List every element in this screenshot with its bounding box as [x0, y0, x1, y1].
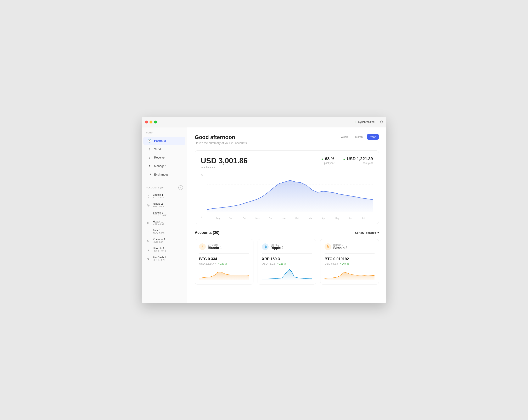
sidebar-item-receive-label: Receive — [154, 156, 165, 159]
subtitle: Here's the summary of your 20 accounts — [195, 141, 247, 145]
sync-icon: ✓ — [354, 120, 357, 124]
accounts-label: ACCOUNTS (20) — [146, 186, 165, 189]
card-usd: USD 71.13 + 128 % — [262, 262, 312, 265]
x-label-sep: Sep — [229, 217, 233, 220]
account-balance: KMD 8.66 — [153, 241, 165, 243]
week-button[interactable]: Week — [338, 134, 351, 140]
list-item[interactable]: ₿ Bitcoin 1 BTC 0.334 — [142, 192, 187, 200]
x-label-aug: Aug — [216, 217, 220, 220]
sidebar-item-portfolio[interactable]: 🕐 Portfolio — [143, 137, 185, 145]
list-item[interactable]: ⊙ Komodo 2 KMD 8.66 — [142, 236, 187, 245]
sync-status: ✓ Synchronized — [354, 120, 374, 124]
main-content: Good afternoon Here's the summary of you… — [187, 127, 386, 303]
account-balance: ZEN 0.5578 — [153, 259, 166, 261]
balance-row: USD 3,001.86 total balance ▲ 68 % past y… — [201, 157, 373, 169]
stat-percentage-label: past year — [321, 162, 334, 165]
stat-usd: ▲ USD 1,221.39 past year — [343, 157, 373, 165]
komodo2-icon: ⊙ — [146, 238, 151, 243]
total-balance-amount: USD 3,001.86 — [201, 157, 248, 165]
sidebar-item-manager-label: Manager — [154, 164, 166, 168]
sidebar: MENU 🕐 Portfolio ↑ Send ↓ Receive ✦ Mana… — [142, 127, 187, 303]
manager-icon: ✦ — [147, 164, 152, 168]
x-label-apr: Apr — [322, 217, 326, 220]
list-item[interactable]: Ł Litecoin 2 LTC 0.16919 — [142, 245, 187, 254]
card-divider — [324, 253, 374, 254]
main-window: ✓ Synchronized ⚙ MENU 🕐 Portfolio ↑ Send… — [142, 117, 386, 303]
chevron-down-icon: ▾ — [377, 231, 379, 234]
card-header: ₿ BITCOIN Bitcoin 2 — [324, 243, 374, 250]
list-item[interactable]: ₿ Bitcoin 2 BTC 0.010192 — [142, 209, 187, 218]
card-change: + 128 % — [277, 262, 286, 265]
sidebar-item-receive[interactable]: ↓ Receive — [143, 154, 185, 161]
sidebar-item-manager[interactable]: ✦ Manager — [143, 162, 185, 170]
account-name: ZenCash 1 — [153, 256, 166, 259]
account-card-bitcoin1[interactable]: ₿ BITCOIN Bitcoin 1 BTC 0.334 USD 2,124.… — [195, 239, 253, 284]
card-change: + 167 % — [218, 262, 227, 265]
card-amount: BTC 0.334 — [199, 257, 249, 261]
traffic-lights — [145, 121, 157, 124]
account-card-bitcoin2[interactable]: ₿ BITCOIN Bitcoin 2 BTC 0.010192 USD 64.… — [320, 239, 379, 284]
ripple2-icon: ◎ — [146, 203, 151, 208]
close-button[interactable] — [145, 121, 148, 124]
sidebar-item-exchanges[interactable]: ⇄ Exchanges — [143, 170, 185, 178]
x-label-nov: Nov — [255, 217, 260, 220]
account-card-ripple2[interactable]: ◎ RIPPLE Ripple 2 XRP 159.3 USD 71.13 + … — [258, 239, 316, 284]
y-axis: 5k 0 — [201, 174, 207, 220]
total-balance-block: USD 3,001.86 total balance — [201, 157, 248, 169]
menu-label: MENU — [142, 132, 187, 136]
list-item[interactable]: ⊕ Hcash 1 HSR 4.892 — [142, 218, 187, 227]
hcash1-icon: ⊕ — [146, 220, 151, 225]
accounts-section: Accounts (20) Sort by balance ▾ ₿ BITCOI… — [195, 231, 379, 284]
card-change: + 167 % — [340, 262, 349, 265]
card-amount: XRP 159.3 — [262, 257, 312, 261]
maximize-button[interactable] — [154, 121, 157, 124]
account-balance: HSR 4.892 — [153, 223, 164, 226]
x-label-mar: Mar — [309, 217, 312, 220]
accounts-header: ACCOUNTS (20) + — [142, 185, 187, 192]
account-balance: LTC 0.16919 — [153, 250, 166, 252]
account-name: Hcash 1 — [153, 220, 164, 223]
settings-icon[interactable]: ⚙ — [380, 120, 383, 124]
main-header: Good afternoon Here's the summary of you… — [195, 134, 379, 145]
xrp-coin-icon: ◎ — [262, 243, 269, 250]
year-button[interactable]: Year — [367, 134, 379, 140]
minimize-button[interactable] — [150, 121, 152, 124]
portfolio-icon: 🕐 — [147, 139, 152, 143]
card-coin-name: Bitcoin 2 — [333, 246, 347, 250]
sidebar-item-portfolio-label: Portfolio — [154, 139, 166, 143]
arrow-up-icon: ▲ — [321, 157, 324, 161]
sidebar-item-send[interactable]: ↑ Send — [143, 145, 185, 153]
x-label-jul: Jul — [362, 217, 365, 220]
card-header: ₿ BITCOIN Bitcoin 1 — [199, 243, 249, 250]
chart-area — [207, 174, 373, 215]
account-balance: BTC 0.334 — [153, 196, 164, 199]
x-label-may: May — [335, 217, 339, 220]
sync-label: Synchronized — [358, 120, 374, 124]
sidebar-item-send-label: Send — [154, 148, 161, 151]
account-balance: BTC 0.010192 — [153, 214, 168, 217]
month-button[interactable]: Month — [352, 134, 366, 140]
stat-usd-label: past year — [343, 162, 373, 165]
bitcoin1-icon: ₿ — [146, 194, 151, 198]
card-coin-type: BITCOIN — [333, 244, 347, 246]
litecoin2-icon: Ł — [146, 247, 151, 252]
sidebar-divider — [146, 182, 183, 182]
card-divider — [262, 253, 312, 254]
account-name: Bitcoin 1 — [153, 193, 164, 196]
account-name: Ripple 2 — [153, 202, 164, 205]
chart-body: Aug Sep Oct Nov Dec Jan Feb Mar Apr May … — [207, 174, 373, 220]
list-item[interactable]: Ƥ PivX 1 PIVX 7.088 — [142, 227, 187, 236]
card-chart-ripple2 — [262, 268, 312, 280]
send-icon: ↑ — [147, 147, 152, 151]
list-item[interactable]: ◎ Ripple 2 XRP 159.3 — [142, 200, 187, 209]
stat-usd-value: ▲ USD 1,221.39 — [343, 157, 373, 161]
stat-percentage: ▲ 68 % past year — [321, 157, 334, 165]
card-usd: USD 2,124.47 + 167 % — [199, 262, 249, 265]
receive-icon: ↓ — [147, 156, 152, 159]
sort-value: balance — [366, 231, 376, 234]
titlebar-right: ✓ Synchronized ⚙ — [354, 120, 383, 124]
sort-by[interactable]: Sort by balance ▾ — [355, 231, 379, 234]
list-item[interactable]: ⊛ ZenCash 1 ZEN 0.5578 — [142, 254, 187, 263]
add-account-button[interactable]: + — [178, 185, 183, 190]
total-balance-label: total balance — [201, 166, 248, 169]
